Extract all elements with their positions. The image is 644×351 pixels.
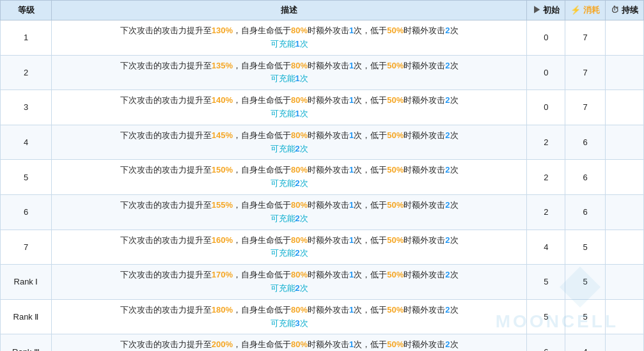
desc-charge: 可充能 <box>271 144 295 153</box>
duration-icon: ⏱ <box>611 5 622 15</box>
desc-charge: 可充能 <box>271 74 295 83</box>
desc-text2: ，自身生命低于 <box>233 235 291 245</box>
desc-text6: 次 <box>450 200 459 210</box>
cell-level: 6 <box>1 194 52 230</box>
desc-text2: ，自身生命低于 <box>233 305 291 315</box>
desc-atk2: 2 <box>445 26 450 35</box>
cell-consume: 6 <box>565 125 606 160</box>
desc-text1: 下次攻击的攻击力提升至 <box>120 95 212 105</box>
desc-text2: ，自身生命低于 <box>233 270 291 279</box>
cell-initial: 2 <box>527 194 565 230</box>
table-row: Rank Ⅲ下次攻击的攻击力提升至200%，自身生命低于80%时额外攻击1次，低… <box>1 334 644 351</box>
desc-text6: 次 <box>450 95 459 105</box>
initial-icon: ▶ <box>533 5 544 15</box>
desc-text2: ，自身生命低于 <box>233 339 291 349</box>
desc-atk2: 2 <box>445 339 450 349</box>
desc-text3: 时额外攻击 <box>308 26 349 35</box>
desc-charge-unit: 次 <box>300 109 308 118</box>
desc-text1: 下次攻击的攻击力提升至 <box>120 270 212 279</box>
desc-text6: 次 <box>450 165 459 175</box>
desc-line2: 可充能2次 <box>57 212 521 226</box>
desc-text5: 时额外攻击 <box>404 61 445 70</box>
desc-hp2: 50% <box>387 235 404 245</box>
desc-text5: 时额外攻击 <box>404 339 445 349</box>
desc-percent: 200% <box>212 339 233 349</box>
cell-duration <box>606 299 644 334</box>
desc-atk2: 2 <box>445 165 450 175</box>
desc-text3: 时额外攻击 <box>308 235 349 245</box>
desc-text6: 次 <box>450 305 459 315</box>
desc-line1: 下次攻击的攻击力提升至130%，自身生命低于80%时额外攻击1次，低于50%时额… <box>57 24 521 38</box>
desc-text1: 下次攻击的攻击力提升至 <box>120 305 212 315</box>
desc-hp1: 80% <box>291 235 308 245</box>
desc-charge-count: 2 <box>295 178 300 188</box>
table-row: 3下次攻击的攻击力提升至140%，自身生命低于80%时额外攻击1次，低于50%时… <box>1 90 644 125</box>
cell-desc: 下次攻击的攻击力提升至145%，自身生命低于80%时额外攻击1次，低于50%时额… <box>52 125 527 160</box>
desc-hp1: 80% <box>291 200 308 210</box>
desc-text5: 时额外攻击 <box>404 130 445 140</box>
desc-charge: 可充能 <box>271 109 295 118</box>
desc-line1: 下次攻击的攻击力提升至150%，自身生命低于80%时额外攻击1次，低于50%时额… <box>57 164 521 177</box>
desc-line1: 下次攻击的攻击力提升至170%，自身生命低于80%时额外攻击1次，低于50%时额… <box>57 269 521 282</box>
desc-atk2: 2 <box>445 61 450 70</box>
cell-initial: 2 <box>527 160 565 195</box>
table-body: 1下次攻击的攻击力提升至130%，自身生命低于80%时额外攻击1次，低于50%时… <box>1 20 644 352</box>
cell-desc: 下次攻击的攻击力提升至135%，自身生命低于80%时额外攻击1次，低于50%时额… <box>52 55 527 90</box>
desc-charge-unit: 次 <box>300 144 308 153</box>
cell-desc: 下次攻击的攻击力提升至200%，自身生命低于80%时额外攻击1次，低于50%时额… <box>52 334 527 351</box>
desc-line1: 下次攻击的攻击力提升至135%，自身生命低于80%时额外攻击1次，低于50%时额… <box>57 59 521 73</box>
desc-text5: 时额外攻击 <box>404 165 445 175</box>
table-row: 7下次攻击的攻击力提升至160%，自身生命低于80%时额外攻击1次，低于50%时… <box>1 230 644 265</box>
desc-charge-count: 1 <box>295 74 300 83</box>
desc-line1: 下次攻击的攻击力提升至180%，自身生命低于80%时额外攻击1次，低于50%时额… <box>57 304 521 317</box>
desc-charge-unit: 次 <box>300 214 308 223</box>
cell-initial: 0 <box>527 55 565 90</box>
cell-initial: 5 <box>527 299 565 334</box>
desc-line2: 可充能2次 <box>57 282 521 295</box>
desc-text2: ，自身生命低于 <box>233 95 291 105</box>
cell-level: 7 <box>1 230 52 265</box>
desc-charge-count: 2 <box>295 248 300 258</box>
desc-text5: 时额外攻击 <box>404 200 445 210</box>
cell-consume: 4 <box>565 334 606 351</box>
col-initial: ▶ 初始 <box>527 1 565 20</box>
desc-charge-count: 3 <box>295 318 300 328</box>
desc-charge-count: 2 <box>295 144 300 153</box>
desc-percent: 130% <box>212 26 233 35</box>
desc-text4: 次，低于 <box>354 26 387 35</box>
cell-consume: 7 <box>565 20 606 56</box>
cell-level: 5 <box>1 160 52 195</box>
desc-percent: 145% <box>212 130 233 140</box>
col-duration: ⏱ 持续 <box>606 1 644 20</box>
table-row: 5下次攻击的攻击力提升至150%，自身生命低于80%时额外攻击1次，低于50%时… <box>1 160 644 195</box>
desc-charge: 可充能 <box>271 214 295 223</box>
desc-charge-count: 2 <box>295 283 300 293</box>
cell-initial: 5 <box>527 265 565 300</box>
desc-hp2: 50% <box>387 26 404 35</box>
desc-line2: 可充能1次 <box>57 38 521 51</box>
desc-text6: 次 <box>450 130 459 140</box>
desc-hp2: 50% <box>387 339 404 349</box>
desc-hp2: 50% <box>387 130 404 140</box>
desc-text6: 次 <box>450 61 459 70</box>
desc-text5: 时额外攻击 <box>404 95 445 105</box>
desc-line2: 可充能2次 <box>57 247 521 260</box>
desc-hp2: 50% <box>387 270 404 279</box>
desc-charge-unit: 次 <box>300 248 308 258</box>
cell-duration <box>606 265 644 300</box>
cell-consume: 7 <box>565 55 606 90</box>
desc-text6: 次 <box>450 26 459 35</box>
cell-initial: 4 <box>527 230 565 265</box>
desc-text1: 下次攻击的攻击力提升至 <box>120 339 212 349</box>
desc-charge: 可充能 <box>271 178 295 188</box>
cell-initial: 2 <box>527 125 565 160</box>
cell-duration <box>606 90 644 125</box>
desc-text3: 时额外攻击 <box>308 200 349 210</box>
desc-text5: 时额外攻击 <box>404 235 445 245</box>
desc-hp2: 50% <box>387 200 404 210</box>
desc-text1: 下次攻击的攻击力提升至 <box>120 26 212 35</box>
desc-text4: 次，低于 <box>354 235 387 245</box>
desc-text1: 下次攻击的攻击力提升至 <box>120 165 212 175</box>
desc-line1: 下次攻击的攻击力提升至160%，自身生命低于80%时额外攻击1次，低于50%时额… <box>57 234 521 247</box>
table-header: 等级 描述 ▶ 初始 ⚡ 消耗 ⏱ 持续 <box>1 1 644 20</box>
